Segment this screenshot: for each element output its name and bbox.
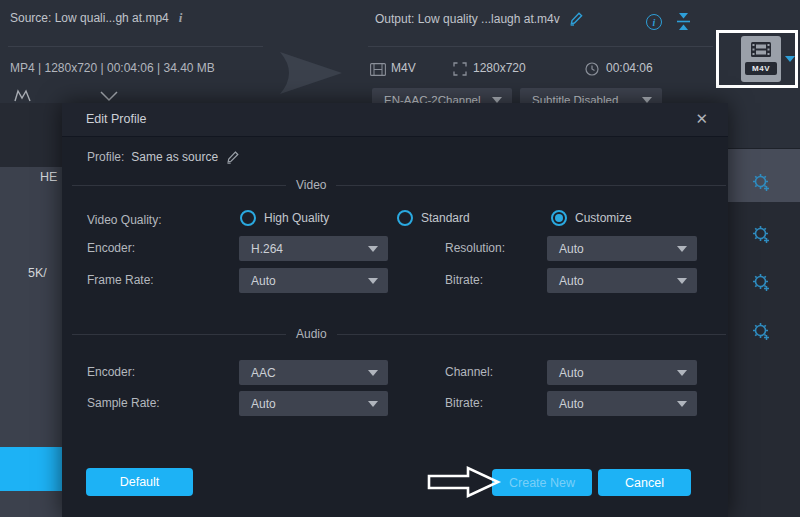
frame-rate-value: Auto <box>251 274 276 288</box>
video-bitrate-label: Bitrate: <box>445 273 483 287</box>
dropdown-arrow-icon <box>677 370 687 376</box>
dialog-header: Edit Profile ✕ <box>62 103 728 137</box>
radio-label: Customize <box>575 211 632 225</box>
video-bitrate-value: Auto <box>559 274 584 288</box>
radio-circle-icon <box>397 210 413 226</box>
wave-tool-icon[interactable] <box>14 88 36 102</box>
dropdown-arrow-icon <box>368 370 378 376</box>
dropdown-arrow-icon <box>677 278 687 284</box>
radio-label: High Quality <box>264 211 329 225</box>
left-panel-top <box>0 103 62 167</box>
close-icon[interactable]: ✕ <box>695 110 708 127</box>
create-new-button[interactable]: Create New <box>492 469 592 496</box>
profile-name-value: Same as source <box>131 150 218 164</box>
right-panel <box>728 103 800 517</box>
audio-section-title: Audio <box>286 327 337 341</box>
audio-encoder-label: Encoder: <box>87 365 135 379</box>
divider <box>8 46 263 47</box>
audio-bitrate-label: Bitrate: <box>445 396 483 410</box>
right-panel-header <box>728 103 800 148</box>
sample-rate-value: Auto <box>251 397 276 411</box>
dropdown-arrow-icon <box>368 278 378 284</box>
frame-rate-label: Frame Rate: <box>87 273 154 287</box>
gear-plus-icon[interactable] <box>752 225 771 244</box>
output-row: Output: Low quality ...laugh at.m4v <box>375 10 585 27</box>
divider <box>72 185 726 186</box>
app-window: Source: Low quali...gh at.mp4 i MP4 | 12… <box>0 0 800 517</box>
source-media-info: MP4 | 1280x720 | 00:04:06 | 34.40 MB <box>10 61 215 75</box>
resolution-value: Auto <box>559 242 584 256</box>
video-section-title: Video <box>286 178 336 192</box>
divider <box>368 46 713 47</box>
profile-list-panel: HE 5K/ <box>0 167 62 447</box>
gear-plus-icon[interactable] <box>752 273 771 292</box>
chevron-down-icon[interactable] <box>100 90 118 102</box>
left-panel-bottom <box>0 491 62 517</box>
source-row: Source: Low quali...gh at.mp4 i <box>10 10 182 26</box>
audio-bitrate-dropdown[interactable]: Auto <box>547 391 697 416</box>
edit-profile-dialog: Edit Profile ✕ Profile: Same as source V… <box>62 103 728 517</box>
channel-label: Channel: <box>445 365 493 379</box>
rename-edit-icon[interactable] <box>568 10 585 27</box>
video-bitrate-dropdown[interactable]: Auto <box>547 268 697 293</box>
profile-row: Profile: Same as source <box>87 149 241 165</box>
source-info-icon[interactable]: i <box>179 10 183 26</box>
selected-profile-item[interactable] <box>0 447 62 491</box>
resolution-label: Resolution: <box>445 241 505 255</box>
output-info-icon[interactable]: i <box>646 14 662 30</box>
output-duration-value: 00:04:06 <box>606 61 653 75</box>
audio-encoder-value: AAC <box>251 366 276 380</box>
default-button[interactable]: Default <box>86 468 193 496</box>
video-quality-label: Video Quality: <box>87 213 162 227</box>
info-glyph: i <box>653 17 656 28</box>
resolution-dropdown[interactable]: Auto <box>547 236 697 261</box>
channel-dropdown[interactable]: Auto <box>547 360 697 385</box>
dropdown-arrow-icon <box>368 246 378 252</box>
radio-high-quality[interactable]: High Quality <box>240 210 329 226</box>
channel-value: Auto <box>559 366 584 380</box>
radio-circle-icon <box>240 210 256 226</box>
video-encoder-dropdown[interactable]: H.264 <box>239 236 388 261</box>
sample-rate-dropdown[interactable]: Auto <box>239 391 388 416</box>
radio-circle-icon <box>551 210 567 226</box>
dropdown-arrow-icon <box>368 401 378 407</box>
profile-list-item[interactable]: 5K/ <box>28 266 47 280</box>
video-encoder-label: Encoder: <box>87 241 135 255</box>
output-label: Output: Low quality ...laugh at.m4v <box>375 12 560 26</box>
video-encoder-value: H.264 <box>251 242 283 256</box>
dropdown-arrow-icon <box>677 246 687 252</box>
output-format-value: M4V <box>391 61 416 75</box>
audio-encoder-dropdown[interactable]: AAC <box>239 360 388 385</box>
radio-customize[interactable]: Customize <box>551 210 632 226</box>
divider <box>72 334 726 335</box>
radio-label: Standard <box>421 211 470 225</box>
radio-standard[interactable]: Standard <box>397 210 470 226</box>
collapse-panel-icon[interactable] <box>676 12 691 31</box>
gear-plus-icon[interactable] <box>752 173 771 192</box>
profile-label: Profile: <box>87 150 124 164</box>
arrow-right-icon <box>280 50 344 96</box>
output-resolution-value: 1280x720 <box>473 61 526 75</box>
frame-rate-dropdown[interactable]: Auto <box>239 268 388 293</box>
profile-edit-icon[interactable] <box>225 149 241 165</box>
gear-plus-icon[interactable] <box>752 322 771 341</box>
annotation-highlight-box <box>716 30 798 88</box>
cancel-button[interactable]: Cancel <box>598 469 691 496</box>
resolution-expand-icon <box>453 62 467 76</box>
audio-bitrate-value: Auto <box>559 397 584 411</box>
dialog-title: Edit Profile <box>86 112 146 126</box>
film-icon <box>370 63 386 76</box>
clock-icon <box>585 62 599 76</box>
annotation-arrow-icon <box>426 465 502 499</box>
profile-list-item[interactable]: HE <box>40 170 57 184</box>
dropdown-arrow-icon <box>677 401 687 407</box>
sample-rate-label: Sample Rate: <box>87 396 160 410</box>
source-label: Source: Low quali...gh at.mp4 <box>10 11 169 25</box>
